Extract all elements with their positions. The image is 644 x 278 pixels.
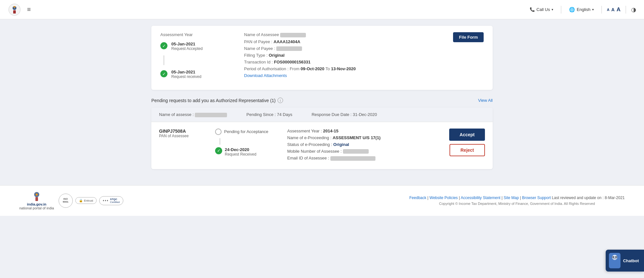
- file-form-button[interactable]: File Form: [453, 32, 484, 42]
- chatbot-avatar: [609, 253, 620, 268]
- timeline-text-1: 05-Jan-2021 Request Accepted: [171, 42, 203, 51]
- header-divider-3: [626, 6, 626, 14]
- footer-links: Feedback | Website Policies | Accessibil…: [409, 196, 625, 200]
- check-icon-2: ✓: [160, 70, 167, 77]
- main-content: Assessment Year ✓ 05-Jan-2021 Request Ac…: [145, 26, 499, 169]
- top-card: Assessment Year ✓ 05-Jan-2021 Request Ac…: [151, 26, 493, 90]
- accessibility-link[interactable]: Accessibility Statement: [461, 196, 500, 200]
- language-chevron-icon: ▾: [592, 8, 594, 11]
- header-divider-2: [601, 6, 602, 14]
- font-small-button[interactable]: A: [607, 8, 610, 12]
- status-column: Pending for Acceptance ✓ 24-Dec-2020 Req…: [215, 129, 279, 157]
- india-gov-logo: india.gov.in national portal of india: [19, 191, 54, 210]
- mobile-detail: Mobile Number of Assessee :: [287, 149, 441, 154]
- timeline-item-1: ✓ 05-Jan-2021 Request Accepted: [160, 42, 231, 51]
- name-of-assessee-row: Name of Assessee: [244, 32, 484, 37]
- assessment-year-detail: Assessment Year : 2014-15: [287, 129, 441, 133]
- logo-emblem: [8, 3, 21, 16]
- filling-type-row: Filling Type : Original: [244, 53, 484, 58]
- header-right: 📞 Call Us ▾ 🌐 English ▾ A A A ◑: [527, 5, 636, 14]
- accept-button[interactable]: Accept: [449, 129, 485, 141]
- download-attachments-link[interactable]: Download Attachments: [244, 73, 287, 78]
- svg-rect-15: [613, 258, 617, 259]
- assessment-year-label: Assessment Year: [160, 32, 231, 37]
- pending-card-header: Name of assesse : Pending Since : 74 Day…: [151, 108, 493, 122]
- chatbot-button[interactable]: Chatbot: [606, 250, 644, 272]
- email-blurred: [330, 156, 375, 161]
- e-proceeding-detail: Name of e-Proceeding : ASSESSMENT U/S 17…: [287, 135, 441, 140]
- pending-since-field: Pending Since : 74 Days: [246, 112, 292, 117]
- email-detail: Email ID of Assessee :: [287, 156, 441, 161]
- pending-header: Pending requests to add you as Authorize…: [151, 98, 493, 103]
- svg-rect-9: [35, 197, 38, 201]
- page-wrapper: ≡ 📞 Call Us ▾ 🌐 English ▾ A A A ◑: [0, 0, 644, 278]
- pan-number: GINPJ7508A: [159, 129, 207, 134]
- response-due-field: Response Due Date : 31-Dec-2020: [312, 112, 377, 117]
- pending-title: Pending requests to add you as Authorize…: [151, 98, 283, 103]
- entrust-badge: 🔒 Entrust: [75, 197, 97, 204]
- pending-card-body: GINPJ7508A PAN of Assessee Pending for A…: [151, 122, 493, 169]
- hamburger-menu-icon[interactable]: ≡: [27, 6, 31, 13]
- assesse-name-field: Name of assesse :: [159, 112, 227, 117]
- svg-point-10: [36, 194, 38, 196]
- header: ≡ 📞 Call Us ▾ 🌐 English ▾ A A A ◑: [0, 0, 644, 19]
- actions-column: Accept Reject: [449, 129, 485, 156]
- chevron-down-icon: ▾: [552, 8, 553, 11]
- call-us-button[interactable]: 📞 Call Us ▾: [527, 6, 556, 13]
- pending-section: Pending requests to add you as Authorize…: [151, 98, 493, 169]
- name-of-payee-row: Name of Payee :: [244, 46, 484, 51]
- phone-icon: 📞: [530, 7, 535, 12]
- reject-button[interactable]: Reject: [450, 144, 485, 156]
- assesse-name-blurred: [195, 113, 227, 117]
- feedback-link[interactable]: Feedback: [409, 196, 426, 200]
- svg-rect-2: [13, 10, 16, 14]
- footer: india.gov.in national portal of india IS…: [0, 185, 644, 216]
- view-all-link[interactable]: View All: [478, 98, 493, 103]
- footer-copyright: Copyright © Income Tax Department, Minis…: [409, 202, 625, 206]
- details-column: Name of Assessee PAN of Payee : AAAA1240…: [244, 32, 484, 83]
- font-medium-button[interactable]: A: [611, 7, 615, 12]
- timeline-column: Assessment Year ✓ 05-Jan-2021 Request Ac…: [160, 32, 231, 83]
- status-pending: Pending for Acceptance: [215, 129, 279, 135]
- pan-column: GINPJ7508A PAN of Assessee: [159, 129, 207, 138]
- sitemap-link[interactable]: Site Map: [504, 196, 519, 200]
- check-icon-received: ✓: [215, 147, 222, 154]
- iso-badge: ISO9001: [59, 194, 73, 208]
- header-left: ≡: [8, 3, 31, 16]
- website-policies-link[interactable]: Website Policies: [430, 196, 458, 200]
- footer-badges: ISO9001 🔒 Entrust ♦ ♦ ♦ STQCCertified: [59, 194, 123, 208]
- footer-right: Feedback | Website Policies | Accessibil…: [409, 196, 625, 206]
- contrast-button[interactable]: ◑: [631, 6, 636, 13]
- period-row: Period of Authorisation : From 09-Oct-20…: [244, 66, 484, 71]
- svg-rect-12: [611, 261, 618, 266]
- payee-name-blurred: [276, 46, 302, 51]
- globe-icon: 🌐: [569, 7, 575, 13]
- status-received: ✓ 24-Dec-2020 Request Received: [215, 147, 279, 157]
- mobile-blurred: [343, 149, 369, 154]
- transaction-id-row: Transaction Id : FOS000000156331: [244, 60, 484, 64]
- font-size-controls: A A A: [607, 6, 620, 13]
- check-icon-1: ✓: [160, 42, 167, 49]
- top-card-inner: Assessment Year ✓ 05-Jan-2021 Request Ac…: [160, 32, 484, 83]
- browser-support-link[interactable]: Browser Support: [522, 196, 551, 200]
- received-text: 24-Dec-2020 Request Received: [225, 147, 256, 157]
- pan-of-payee-row: PAN of Payee : AAAA12404A: [244, 39, 484, 44]
- download-row: Download Attachments: [244, 73, 484, 78]
- status-proceeding-detail: Status of e-Proceeding : Original: [287, 142, 441, 147]
- assessment-details-column: Assessment Year : 2014-15 Name of e-Proc…: [287, 129, 441, 163]
- pending-acceptance-label: Pending for Acceptance: [224, 129, 268, 134]
- language-button[interactable]: 🌐 English ▾: [566, 5, 596, 14]
- footer-left: india.gov.in national portal of india IS…: [19, 191, 123, 210]
- pending-card: Name of assesse : Pending Since : 74 Day…: [151, 108, 493, 169]
- pan-label: PAN of Assessee: [159, 134, 207, 138]
- timeline-text-2: 05-Jan-2021 Request received: [171, 70, 201, 79]
- header-divider-1: [561, 6, 561, 14]
- pending-circle-icon: [215, 129, 222, 135]
- stqc-badge: ♦ ♦ ♦ STQCCertified: [99, 196, 123, 205]
- font-large-button[interactable]: A: [617, 6, 620, 13]
- assessee-name-blurred: [280, 33, 306, 37]
- timeline-item-2: ✓ 05-Jan-2021 Request received: [160, 70, 231, 79]
- info-icon[interactable]: i: [278, 98, 283, 103]
